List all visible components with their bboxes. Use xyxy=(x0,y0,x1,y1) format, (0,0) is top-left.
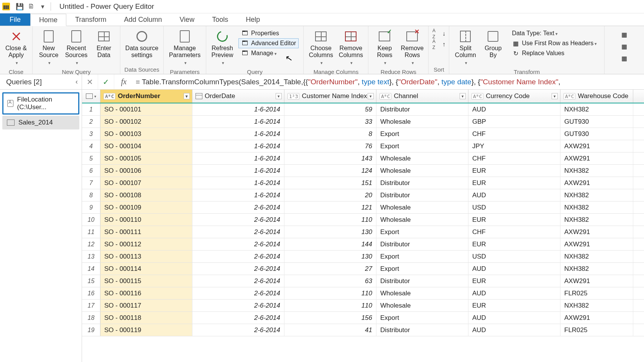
cell-channel[interactable]: Wholesale xyxy=(376,201,468,213)
cell-customer-name-index[interactable]: 20 xyxy=(284,189,376,201)
advanced-editor-button[interactable]: 🗔 Advanced Editor xyxy=(238,38,299,48)
cell-currency-code[interactable]: AUD xyxy=(468,287,560,299)
cell-orderdate[interactable]: 2-6-2014 xyxy=(192,251,284,262)
cell-orderdate[interactable]: 2-6-2014 xyxy=(192,214,284,226)
tab-file[interactable]: File xyxy=(0,13,30,26)
cell-currency-code[interactable]: EUR xyxy=(468,165,560,177)
table-row[interactable]: 9SO - 0001092-6-2014121WholesaleUSDNXH38… xyxy=(82,201,644,214)
use-first-row-button[interactable]: ▦ Use First Row as Headers xyxy=(509,38,600,48)
cell-currency-code[interactable]: EUR xyxy=(468,275,560,287)
cell-customer-name-index[interactable]: 130 xyxy=(284,251,376,262)
cell-ordernumber[interactable]: SO - 000104 xyxy=(100,140,192,152)
grid-body[interactable]: 1SO - 0001011-6-201459DistributorAUDNXH3… xyxy=(82,103,644,336)
cell-currency-code[interactable]: USD xyxy=(468,201,560,213)
cell-orderdate[interactable]: 2-6-2014 xyxy=(192,263,284,275)
formula-cancel-button[interactable]: ✕ xyxy=(82,74,98,89)
tab-add-column[interactable]: Add Column xyxy=(115,13,171,26)
cell-currency-code[interactable]: CHF xyxy=(468,152,560,164)
cell-currency-code[interactable]: AUD xyxy=(468,324,560,336)
column-header-customer-name-index[interactable]: 1²3 Customer Name Index ▾ xyxy=(284,90,376,103)
table-row[interactable]: 15SO - 0001152-6-201463DistributorEURAXW… xyxy=(82,275,644,287)
cell-currency-code[interactable]: EUR xyxy=(468,177,560,189)
cell-ordernumber[interactable]: SO - 000119 xyxy=(100,324,192,336)
cell-orderdate[interactable]: 2-6-2014 xyxy=(192,238,284,250)
cell-customer-name-index[interactable]: 33 xyxy=(284,116,376,128)
table-row[interactable]: 18SO - 0001182-6-2014156ExportAUDAXW291 xyxy=(82,312,644,324)
qat-save-button[interactable]: 💾 xyxy=(15,2,25,11)
table-row[interactable]: 8SO - 0001081-6-201420DistributorAUDNXH3… xyxy=(82,189,644,201)
cell-ordernumber[interactable]: SO - 000107 xyxy=(100,177,192,189)
query-item-sales2014[interactable]: Sales_2014 xyxy=(2,116,79,129)
cell-orderdate[interactable]: 2-6-2014 xyxy=(192,287,284,299)
cell-currency-code[interactable]: AUD xyxy=(468,103,560,115)
column-header-orderdate[interactable]: OrderDate ▾ xyxy=(192,90,284,103)
cell-currency-code[interactable]: EUR xyxy=(468,214,560,226)
cell-channel[interactable]: Distributor xyxy=(376,103,468,115)
split-column-button[interactable]: Split Column xyxy=(452,28,479,68)
fx-icon[interactable]: fx xyxy=(114,77,133,86)
cell-customer-name-index[interactable]: 8 xyxy=(284,128,376,140)
recent-sources-button[interactable]: Recent Sources xyxy=(62,28,90,68)
cell-warehouse-code[interactable]: NXH382 xyxy=(560,189,633,201)
cell-channel[interactable]: Wholesale xyxy=(376,152,468,164)
cell-currency-code[interactable]: AUD xyxy=(468,312,560,324)
cell-currency-code[interactable]: AUD xyxy=(468,263,560,275)
qat-customize-button[interactable]: ▾ xyxy=(38,2,48,11)
cell-channel[interactable]: Wholesale xyxy=(376,287,468,299)
cell-orderdate[interactable]: 2-6-2014 xyxy=(192,312,284,324)
cell-channel[interactable]: Distributor xyxy=(376,324,468,336)
cell-ordernumber[interactable]: SO - 000101 xyxy=(100,103,192,115)
keep-rows-button[interactable]: Keep Rows xyxy=(371,28,398,68)
ribbon-overflow-3[interactable]: ▦ xyxy=(620,54,628,63)
column-filter-icon[interactable]: ▾ xyxy=(552,93,558,99)
tab-transform[interactable]: Transform xyxy=(66,13,115,26)
cell-ordernumber[interactable]: SO - 000113 xyxy=(100,251,192,262)
cell-orderdate[interactable]: 2-6-2014 xyxy=(192,300,284,311)
cell-warehouse-code[interactable]: NXH382 xyxy=(560,300,633,311)
cell-warehouse-code[interactable]: GUT930 xyxy=(560,116,633,128)
table-row[interactable]: 19SO - 0001192-6-201441DistributorAUDFLR… xyxy=(82,324,644,336)
cell-orderdate[interactable]: 1-6-2014 xyxy=(192,189,284,201)
cell-channel[interactable]: Wholesale xyxy=(376,214,468,226)
cell-warehouse-code[interactable]: FLR025 xyxy=(560,324,633,336)
group-by-button[interactable]: Group By xyxy=(479,28,507,61)
cell-customer-name-index[interactable]: 110 xyxy=(284,287,376,299)
cell-customer-name-index[interactable]: 110 xyxy=(284,214,376,226)
cell-currency-code[interactable]: JPY xyxy=(468,140,560,152)
column-header-warehouse-code[interactable]: AᴮC Warehouse Code xyxy=(560,90,633,103)
cell-customer-name-index[interactable]: 124 xyxy=(284,165,376,177)
cell-orderdate[interactable]: 1-6-2014 xyxy=(192,152,284,164)
table-row[interactable]: 13SO - 0001132-6-2014130ExportUSDNXH382 xyxy=(82,251,644,263)
cell-customer-name-index[interactable]: 63 xyxy=(284,275,376,287)
column-filter-icon[interactable]: ▾ xyxy=(460,93,466,99)
data-type-button[interactable]: Data Type: Text xyxy=(509,28,600,38)
cell-warehouse-code[interactable]: AXW291 xyxy=(560,152,633,164)
cell-currency-code[interactable]: AUD xyxy=(468,189,560,201)
cell-ordernumber[interactable]: SO - 000115 xyxy=(100,275,192,287)
cell-customer-name-index[interactable]: 59 xyxy=(284,103,376,115)
cell-ordernumber[interactable]: SO - 000109 xyxy=(100,201,192,213)
cell-warehouse-code[interactable]: NXH382 xyxy=(560,103,633,115)
table-row[interactable]: 14SO - 0001142-6-201427ExportAUDNXH382 xyxy=(82,263,644,275)
queries-pane-header[interactable]: Queries [2] ‹ xyxy=(0,74,82,89)
cell-ordernumber[interactable]: SO - 000118 xyxy=(100,312,192,324)
query-item-filelocation[interactable]: FileLocation (C:\User... xyxy=(2,92,79,115)
table-row[interactable]: 2SO - 0001021-6-201433WholesaleGBPGUT930 xyxy=(82,116,644,128)
table-row[interactable]: 4SO - 0001041-6-201476ExportJPYAXW291 xyxy=(82,140,644,152)
cell-orderdate[interactable]: 2-6-2014 xyxy=(192,201,284,213)
close-apply-button[interactable]: Close & Apply xyxy=(2,28,30,68)
cell-channel[interactable]: Export xyxy=(376,226,468,238)
cell-ordernumber[interactable]: SO - 000117 xyxy=(100,300,192,311)
cell-customer-name-index[interactable]: 156 xyxy=(284,312,376,324)
cell-customer-name-index[interactable]: 41 xyxy=(284,324,376,336)
cell-warehouse-code[interactable]: NXH382 xyxy=(560,251,633,262)
table-row[interactable]: 1SO - 0001011-6-201459DistributorAUDNXH3… xyxy=(82,103,644,116)
cell-warehouse-code[interactable]: NXH382 xyxy=(560,263,633,275)
cell-channel[interactable]: Distributor xyxy=(376,238,468,250)
cell-warehouse-code[interactable]: FLR025 xyxy=(560,287,633,299)
cell-orderdate[interactable]: 1-6-2014 xyxy=(192,140,284,152)
cell-ordernumber[interactable]: SO - 000105 xyxy=(100,152,192,164)
manage-parameters-button[interactable]: Manage Parameters xyxy=(166,28,204,68)
cell-ordernumber[interactable]: SO - 000103 xyxy=(100,128,192,140)
cell-customer-name-index[interactable]: 143 xyxy=(284,152,376,164)
